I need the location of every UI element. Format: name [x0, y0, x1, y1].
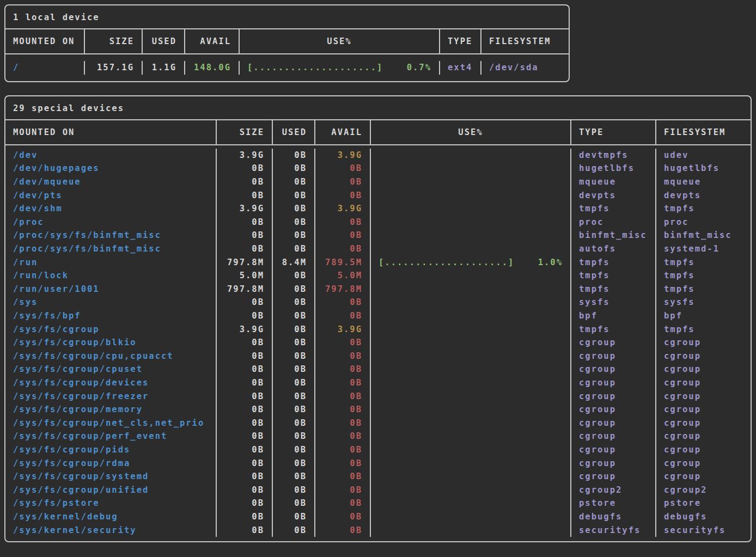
type-cell: cgroup: [571, 403, 656, 417]
size-cell: 0B: [217, 389, 273, 403]
usage-percent: 1.0%: [538, 258, 563, 267]
filesystem-cell: cgroup: [656, 456, 744, 470]
table-row: /sys/fs/cgroup/perf_event 0B 0B 0B cgrou…: [5, 430, 751, 443]
local-devices-table: 1 local device MOUNTED ON SIZE USED AVAI…: [4, 4, 570, 82]
used-cell: 0B: [273, 269, 315, 283]
use-percent-cell: [....................] 1.0%: [371, 255, 571, 269]
use-percent-cell: [371, 283, 571, 296]
avail-cell: 0B: [315, 483, 371, 497]
avail-cell: 5.0M: [315, 269, 371, 283]
filesystem-cell: devpts: [656, 188, 744, 202]
filesystem-cell: cgroup: [656, 403, 744, 417]
type-cell: tmpfs: [571, 202, 656, 216]
used-cell: 0B: [273, 523, 315, 537]
size-cell: 157.1G: [85, 61, 143, 75]
table-row: /sys/fs/cgroup/pids 0B 0B 0B cgroup cgro…: [5, 443, 751, 457]
special-table-body: /dev 3.9G 0B 3.9G devtmpfs udev /dev/hug…: [5, 145, 751, 541]
type-cell: mqueue: [571, 175, 656, 189]
used-cell: 0B: [273, 296, 315, 309]
used-cell: 0B: [273, 350, 315, 363]
avail-cell: 0B: [315, 443, 371, 457]
size-cell: 0B: [217, 175, 273, 189]
size-cell: 0B: [217, 403, 273, 417]
mounted-on-cell: /sys/fs/cgroup/systemd: [5, 470, 217, 483]
type-cell: cgroup: [571, 336, 656, 350]
avail-cell: 0B: [315, 430, 371, 443]
col-header-size: SIZE: [85, 29, 143, 53]
size-cell: 0B: [217, 497, 273, 510]
table-row: /proc/sys/fs/binfmt_misc 0B 0B 0B binfmt…: [5, 229, 751, 242]
type-cell: tmpfs: [571, 283, 656, 296]
table-row: /sys/fs/pstore 0B 0B 0B pstore pstore: [5, 497, 751, 510]
col-header-mounted-on: MOUNTED ON: [5, 120, 217, 144]
avail-cell: 0B: [315, 523, 371, 537]
mounted-on-cell: /sys/fs/cgroup/rdma: [5, 456, 217, 470]
avail-cell: 0B: [315, 309, 371, 323]
type-cell: tmpfs: [571, 322, 656, 336]
use-percent-cell: [371, 363, 571, 376]
size-cell: 0B: [217, 336, 273, 350]
size-cell: 797.8M: [217, 255, 273, 269]
used-cell: 0B: [273, 149, 315, 162]
use-percent-cell: [371, 336, 571, 350]
type-cell: cgroup: [571, 470, 656, 483]
filesystem-cell: tmpfs: [656, 269, 744, 283]
avail-cell: 148.0G: [185, 61, 240, 75]
avail-cell: 797.8M: [315, 283, 371, 296]
used-cell: 0B: [273, 470, 315, 483]
mounted-on-cell: /sys/fs/cgroup/memory: [5, 403, 217, 417]
used-cell: 0B: [273, 283, 315, 296]
size-cell: 3.9G: [217, 149, 273, 162]
filesystem-cell: cgroup2: [656, 483, 744, 497]
filesystem-cell: tmpfs: [656, 255, 744, 269]
avail-cell: 0B: [315, 376, 371, 390]
usage-bar: [....................]: [379, 258, 514, 267]
mounted-on-cell: /sys/fs/cgroup/blkio: [5, 336, 217, 350]
avail-cell: 0B: [315, 389, 371, 403]
used-cell: 0B: [273, 403, 315, 417]
avail-cell: 0B: [315, 350, 371, 363]
use-percent-cell: [371, 188, 571, 202]
filesystem-cell: proc: [656, 216, 744, 229]
type-cell: ext4: [440, 61, 481, 75]
used-cell: 0B: [273, 309, 315, 323]
filesystem-cell: cgroup: [656, 350, 744, 363]
type-cell: securityfs: [571, 523, 656, 537]
use-percent-cell: [371, 403, 571, 417]
use-percent-cell: [371, 149, 571, 162]
table-row: / 157.1G 1.1G 148.0G [..................…: [5, 61, 569, 75]
avail-cell: 0B: [315, 229, 371, 242]
used-cell: 0B: [273, 242, 315, 256]
used-cell: 0B: [273, 483, 315, 497]
filesystem-cell: systemd-1: [656, 242, 744, 256]
type-cell: cgroup: [571, 456, 656, 470]
table-row: /sys/kernel/security 0B 0B 0B securityfs…: [5, 523, 751, 537]
size-cell: 3.9G: [217, 322, 273, 336]
table-row: /sys 0B 0B 0B sysfs sysfs: [5, 296, 751, 309]
used-cell: 0B: [273, 510, 315, 524]
filesystem-cell: cgroup: [656, 470, 744, 483]
filesystem-cell: mqueue: [656, 175, 744, 189]
filesystem-cell: bpf: [656, 309, 744, 323]
table-row: /dev 3.9G 0B 3.9G devtmpfs udev: [5, 149, 751, 162]
avail-cell: 0B: [315, 470, 371, 483]
table-row: /dev/shm 3.9G 0B 3.9G tmpfs tmpfs: [5, 202, 751, 216]
table-row: /proc/sys/fs/binfmt_misc 0B 0B 0B autofs…: [5, 242, 751, 256]
size-cell: 5.0M: [217, 269, 273, 283]
size-cell: 0B: [217, 510, 273, 524]
filesystem-cell: securityfs: [656, 523, 744, 537]
type-cell: cgroup: [571, 416, 656, 430]
mounted-on-cell: /proc/sys/fs/binfmt_misc: [5, 229, 217, 242]
table-row: /run/user/1001 797.8M 0B 797.8M tmpfs tm…: [5, 283, 751, 296]
used-cell: 0B: [273, 322, 315, 336]
used-cell: 0B: [273, 336, 315, 350]
filesystem-cell: cgroup: [656, 443, 744, 457]
avail-cell: 0B: [315, 456, 371, 470]
local-table-header: MOUNTED ON SIZE USED AVAIL USE% TYPE FIL…: [5, 29, 569, 54]
use-percent-cell: [371, 175, 571, 189]
used-cell: 8.4M: [273, 255, 315, 269]
used-cell: 0B: [273, 376, 315, 390]
filesystem-cell: cgroup: [656, 363, 744, 376]
col-header-size: SIZE: [217, 120, 273, 144]
type-cell: cgroup: [571, 430, 656, 443]
